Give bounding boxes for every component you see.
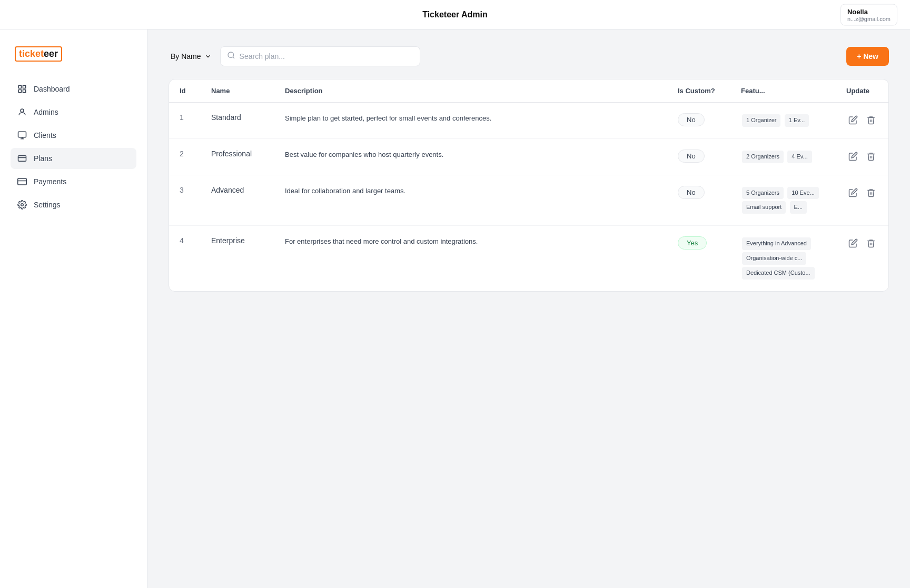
- sidebar-label-admins: Admins: [34, 108, 58, 116]
- cell-id: 2: [169, 138, 201, 175]
- feature-tag: 10 Eve...: [787, 187, 818, 200]
- toolbar: By Name + New: [169, 46, 889, 66]
- sidebar-item-admins[interactable]: Admins: [11, 102, 136, 123]
- sidebar-item-dashboard[interactable]: Dashboard: [11, 78, 136, 99]
- sidebar-label-plans: Plans: [34, 154, 52, 163]
- svg-rect-2: [18, 90, 21, 93]
- sidebar-label-settings: Settings: [34, 201, 61, 209]
- col-is-custom: Is Custom?: [667, 79, 730, 103]
- svg-point-9: [228, 52, 234, 58]
- edit-button[interactable]: [846, 113, 860, 127]
- feature-tag: Everything in Advanced: [742, 237, 811, 250]
- cell-name: Standard: [201, 103, 274, 139]
- user-icon: [17, 107, 27, 117]
- table-row: 2 Professional Best value for companies …: [169, 138, 888, 175]
- cell-description: Best value for companies who host quarte…: [274, 138, 667, 175]
- filter-label: By Name: [171, 52, 201, 61]
- user-email: n...z@gmail.com: [847, 15, 891, 22]
- cell-id: 4: [169, 226, 201, 291]
- sidebar-item-payments[interactable]: Payments: [11, 171, 136, 192]
- custom-badge: No: [678, 186, 705, 199]
- cell-custom: Yes: [667, 226, 730, 291]
- svg-line-10: [233, 57, 234, 58]
- new-button[interactable]: + New: [846, 47, 889, 66]
- svg-rect-3: [23, 90, 26, 93]
- svg-rect-1: [23, 85, 26, 88]
- col-update: Update: [836, 79, 888, 103]
- col-features: Featu...: [730, 79, 836, 103]
- sidebar: ticketeer Dashboard: [0, 29, 147, 588]
- custom-badge: No: [678, 113, 705, 126]
- sidebar-label-clients: Clients: [34, 131, 56, 139]
- cell-features: 5 Organizers 10 Eve... Email support E..…: [730, 175, 836, 226]
- sidebar-item-plans[interactable]: Plans: [11, 148, 136, 169]
- edit-button[interactable]: [846, 236, 860, 250]
- edit-icon: [848, 238, 858, 248]
- plans-table: Id Name Description Is Custom? Featu... …: [169, 79, 889, 292]
- cell-name: Enterprise: [201, 226, 274, 291]
- cell-description: Simple plan to get started, perfect for …: [274, 103, 667, 139]
- feature-tag: 4 Ev...: [787, 151, 812, 163]
- delete-button[interactable]: [864, 186, 878, 200]
- sidebar-label-payments: Payments: [34, 177, 66, 186]
- trash-icon: [866, 152, 876, 161]
- cell-actions: [836, 226, 888, 291]
- svg-point-8: [21, 204, 24, 206]
- cell-description: For enterprises that need more control a…: [274, 226, 667, 291]
- cell-name: Advanced: [201, 175, 274, 226]
- edit-button[interactable]: [846, 150, 860, 163]
- cell-custom: No: [667, 175, 730, 226]
- cell-features: 1 Organizer 1 Ev...: [730, 103, 836, 139]
- svg-point-4: [21, 109, 24, 112]
- table-row: 3 Advanced Ideal for collaboration and l…: [169, 175, 888, 226]
- delete-button[interactable]: [864, 150, 878, 163]
- plans-icon: [17, 153, 27, 164]
- table-header-row: Id Name Description Is Custom? Featu... …: [169, 79, 888, 103]
- feature-tag: 1 Organizer: [742, 114, 780, 127]
- cell-features: Everything in Advanced Organisation-wide…: [730, 226, 836, 291]
- custom-badge: No: [678, 150, 705, 163]
- table-row: 1 Standard Simple plan to get started, p…: [169, 103, 888, 139]
- feature-tag: Dedicated CSM (Custo...: [742, 267, 815, 280]
- cell-description: Ideal for collaboration and larger teams…: [274, 175, 667, 226]
- feature-tag: 2 Organizers: [742, 151, 784, 163]
- edit-icon: [848, 188, 858, 197]
- filter-button[interactable]: By Name: [169, 48, 214, 65]
- cell-actions: [836, 138, 888, 175]
- chevron-down-icon: [204, 53, 212, 60]
- delete-button[interactable]: [864, 113, 878, 127]
- svg-rect-5: [18, 132, 26, 137]
- cell-actions: [836, 103, 888, 139]
- payments-icon: [17, 176, 27, 187]
- svg-rect-0: [18, 85, 21, 88]
- logo: ticketeer: [11, 46, 136, 62]
- grid-icon: [17, 84, 27, 94]
- user-name: Noella: [847, 7, 891, 15]
- search-input[interactable]: [240, 52, 413, 61]
- logo-text: ticketeer: [19, 48, 58, 59]
- cell-custom: No: [667, 103, 730, 139]
- sidebar-item-clients[interactable]: Clients: [11, 125, 136, 146]
- main-content: By Name + New: [147, 29, 910, 588]
- sidebar-item-settings[interactable]: Settings: [11, 194, 136, 215]
- feature-tag: E...: [790, 201, 807, 214]
- user-info: Noella n...z@gmail.com: [840, 4, 897, 25]
- settings-icon: [17, 200, 27, 210]
- search-icon: [227, 51, 235, 62]
- cell-custom: No: [667, 138, 730, 175]
- sidebar-nav: Dashboard Admins Client: [11, 78, 136, 215]
- edit-icon: [848, 115, 858, 125]
- delete-button[interactable]: [864, 236, 878, 250]
- col-name: Name: [201, 79, 274, 103]
- svg-rect-6: [18, 156, 26, 162]
- feature-tag: Organisation-wide c...: [742, 252, 806, 265]
- cell-features: 2 Organizers 4 Ev...: [730, 138, 836, 175]
- cell-id: 3: [169, 175, 201, 226]
- cell-actions: [836, 175, 888, 226]
- edit-button[interactable]: [846, 186, 860, 200]
- cell-id: 1: [169, 103, 201, 139]
- feature-tag: 5 Organizers: [742, 187, 784, 200]
- svg-rect-7: [18, 178, 27, 185]
- monitor-icon: [17, 130, 27, 141]
- col-description: Description: [274, 79, 667, 103]
